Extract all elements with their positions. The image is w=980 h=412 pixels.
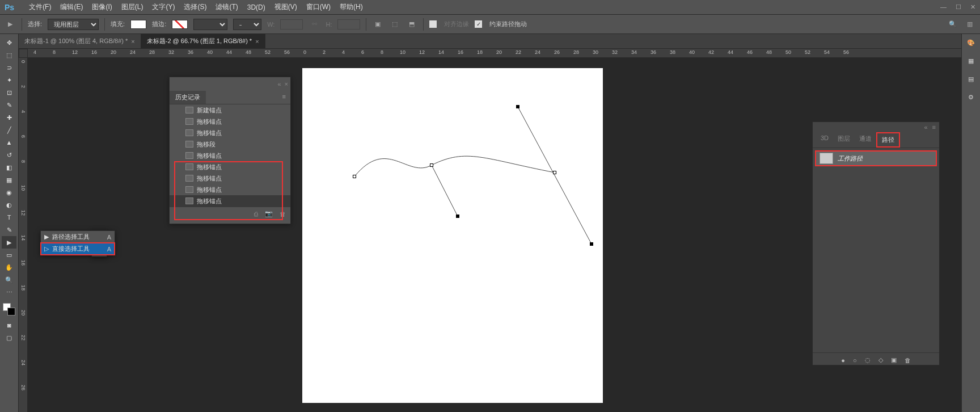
stroke-swatch[interactable]	[172, 20, 188, 29]
brush-tool[interactable]: ╱	[2, 124, 16, 136]
gradient-tool[interactable]: ▦	[2, 174, 16, 186]
path-item-work-path[interactable]: 工作路径	[815, 150, 937, 166]
swatches-panel-icon[interactable]: ▦	[964, 54, 978, 67]
canvas[interactable]	[302, 68, 603, 403]
history-step[interactable]: 拖移锚点	[170, 173, 290, 184]
paths-panel[interactable]: « ≡ 3D 图层 通道 路径 工作路径 ● ○ ◌ ◇ ▣	[812, 121, 940, 365]
history-step[interactable]: 拖移锚点	[170, 184, 290, 195]
history-step[interactable]: 新建锚点	[170, 104, 290, 116]
menu-image[interactable]: 图像(I)	[87, 2, 116, 12]
stroke-style-dropdown[interactable]: —	[233, 19, 261, 30]
history-brush-tool[interactable]: ↺	[2, 149, 16, 161]
search-icon[interactable]: 🔍	[947, 19, 958, 30]
menu-window[interactable]: 窗口(W)	[302, 2, 335, 12]
panel-tab-3d[interactable]: 3D	[816, 132, 833, 148]
stroke-width-dropdown[interactable]	[193, 19, 227, 30]
menu-select[interactable]: 选择(S)	[179, 2, 211, 12]
anchor-point[interactable]	[430, 163, 433, 167]
stroke-path-icon[interactable]: ○	[853, 357, 857, 364]
align-edges-checkbox[interactable]	[429, 20, 437, 28]
marquee-tool[interactable]: ⬚	[2, 49, 16, 61]
doc-tab-1[interactable]: 未标题-1 @ 100% (图层 4, RGB/8#) * ×	[19, 34, 141, 48]
type-tool[interactable]: T	[2, 211, 16, 224]
panel-tab-channels[interactable]: 通道	[855, 132, 876, 148]
menu-view[interactable]: 视图(V)	[270, 2, 302, 12]
lasso-tool[interactable]: ⊃	[2, 61, 16, 74]
constrain-checkbox[interactable]: ✓	[475, 20, 482, 28]
close-icon[interactable]: ✕	[970, 3, 975, 11]
trash-icon[interactable]: 🗑	[280, 211, 286, 217]
anchor-point[interactable]	[553, 171, 556, 174]
anchor-handle[interactable]	[590, 242, 593, 246]
adjustments-panel-icon[interactable]: ⚙	[964, 91, 978, 103]
history-step[interactable]: 拖移锚点	[170, 161, 290, 173]
minimize-icon[interactable]: —	[940, 3, 947, 11]
path-selection-tool[interactable]: ▶	[2, 236, 16, 249]
dodge-tool[interactable]: ◐	[2, 199, 16, 211]
magic-wand-tool[interactable]: ✦	[2, 74, 16, 86]
menu-edit[interactable]: 编辑(E)	[56, 2, 87, 12]
new-path-icon[interactable]: ▣	[891, 356, 897, 364]
history-tab[interactable]: 历史记录	[170, 91, 206, 104]
flyout-path-selection-tool[interactable]: ▶ 路径选择工具 A	[41, 231, 115, 243]
crop-tool[interactable]: ⊡	[2, 86, 16, 99]
path-to-selection-icon[interactable]: ◌	[865, 356, 871, 364]
path-ops-icon[interactable]: ▣	[372, 19, 383, 30]
foreground-background-swatch[interactable]	[2, 303, 16, 319]
history-list[interactable]: 新建锚点拖移锚点拖移锚点拖移段拖移锚点拖移锚点拖移锚点拖移锚点拖移锚点	[170, 104, 290, 207]
tool-preset-icon[interactable]: ▶	[5, 19, 16, 30]
screen-mode-tool[interactable]: ▢	[2, 331, 16, 344]
edit-toolbar-button[interactable]: ⋯	[2, 286, 16, 299]
panel-tab-layers[interactable]: 图层	[833, 132, 855, 148]
width-input[interactable]	[280, 19, 303, 30]
history-step[interactable]: 拖移锚点	[170, 127, 290, 138]
maximize-icon[interactable]: ☐	[956, 3, 961, 11]
camera-icon[interactable]: 📷	[265, 210, 273, 217]
history-step[interactable]: 拖移段	[170, 138, 290, 150]
anchor-handle[interactable]	[516, 105, 519, 108]
healing-tool[interactable]: ✚	[2, 111, 16, 124]
history-step[interactable]: 拖移锚点	[170, 150, 290, 161]
panel-collapse-icon[interactable]: «	[277, 81, 281, 87]
history-panel[interactable]: « × 历史记录 ≡ 新建锚点拖移锚点拖移锚点拖移段拖移锚点拖移锚点拖移锚点拖移…	[169, 77, 291, 224]
anchor-handle[interactable]	[456, 215, 459, 218]
tab-close-icon[interactable]: ×	[131, 38, 134, 45]
menu-file[interactable]: 文件(F)	[24, 2, 56, 12]
history-step[interactable]: 拖移锚点	[170, 116, 290, 127]
stamp-tool[interactable]: ▲	[2, 136, 16, 149]
rectangle-tool[interactable]: ▭	[2, 249, 16, 261]
hand-tool[interactable]: ✋	[2, 261, 16, 274]
fill-swatch[interactable]	[130, 20, 146, 29]
mask-icon[interactable]: ◇	[878, 356, 883, 364]
flyout-direct-selection-tool[interactable]: ▷ 直接选择工具 A	[41, 243, 115, 255]
eyedropper-tool[interactable]: ✎	[2, 99, 16, 111]
panel-close-icon[interactable]: ×	[285, 81, 288, 87]
align-icon[interactable]: ⬚	[389, 19, 400, 30]
menu-layer[interactable]: 图层(L)	[117, 2, 148, 12]
fill-path-icon[interactable]: ●	[841, 357, 845, 364]
panel-tab-paths[interactable]: 路径	[876, 132, 900, 148]
height-input[interactable]	[337, 19, 360, 30]
arrange-icon[interactable]: ⬒	[406, 19, 417, 30]
history-step[interactable]: 拖移锚点	[170, 195, 290, 207]
doc-tab-2[interactable]: 未标题-2 @ 66.7% (图层 1, RGB/8#) * ×	[141, 34, 265, 48]
color-panel-icon[interactable]: 🎨	[964, 36, 978, 49]
trash-icon[interactable]: 🗑	[905, 357, 911, 364]
pen-tool[interactable]: ✎	[2, 224, 16, 236]
menu-help[interactable]: 帮助(H)	[335, 2, 368, 12]
zoom-tool[interactable]: 🔍	[2, 274, 16, 286]
libraries-panel-icon[interactable]: ▤	[964, 73, 978, 85]
menu-3d[interactable]: 3D(D)	[243, 3, 270, 11]
panel-collapse-icon[interactable]: «	[924, 124, 927, 131]
menu-type[interactable]: 文字(Y)	[147, 2, 179, 12]
anchor-point[interactable]	[353, 175, 356, 178]
eraser-tool[interactable]: ◧	[2, 161, 16, 174]
move-tool[interactable]: ✥	[2, 36, 16, 49]
panel-menu-icon[interactable]: ≡	[278, 91, 290, 104]
workspace-icon[interactable]: ▥	[964, 19, 975, 30]
new-snapshot-icon[interactable]: ⎙	[254, 211, 258, 217]
background-color[interactable]	[7, 308, 15, 316]
blur-tool[interactable]: ◉	[2, 186, 16, 199]
menu-filter[interactable]: 滤镜(T)	[211, 2, 242, 12]
vertical-ruler[interactable]: 02468101214161820222426	[19, 58, 28, 412]
